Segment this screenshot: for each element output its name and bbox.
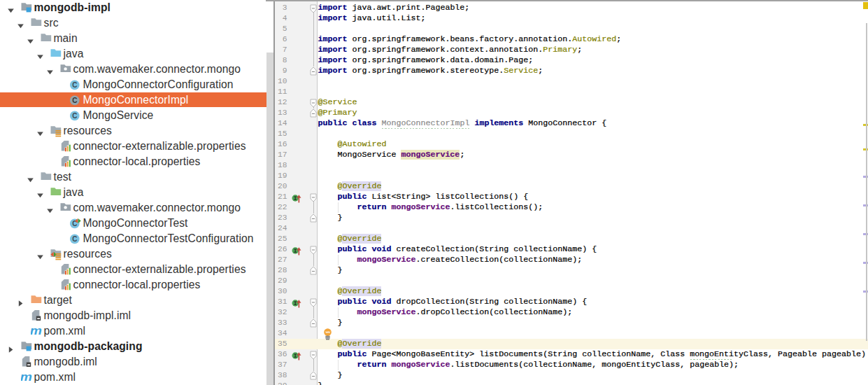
- svg-text:C: C: [72, 235, 77, 243]
- svg-text:C: C: [72, 97, 77, 104]
- svg-text:m: m: [21, 372, 32, 383]
- svg-text:C: C: [72, 81, 77, 89]
- svg-text:m: m: [31, 326, 42, 337]
- svg-text:C: C: [72, 112, 77, 120]
